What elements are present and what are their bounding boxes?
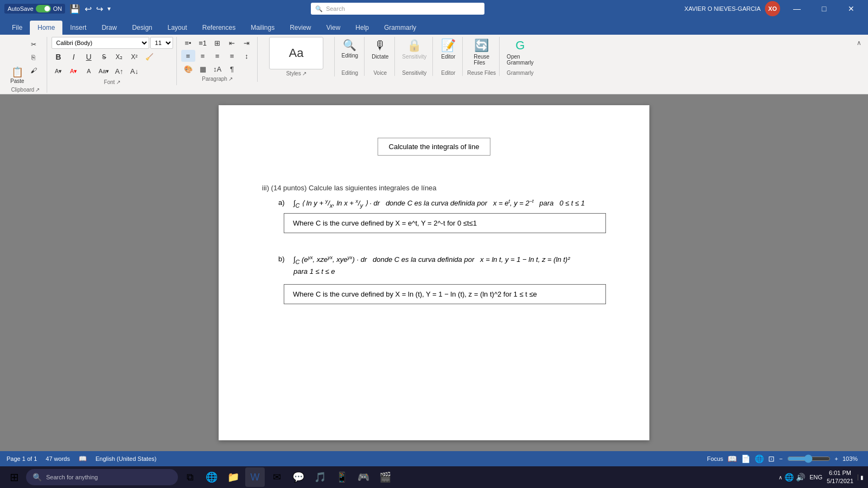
subscript-button[interactable]: X₂ <box>112 51 126 63</box>
taskbar: ⊞ 🔍 Search for anything ⧉ 🌐 📁 W ✉ 💬 🎵 📱 … <box>0 466 868 488</box>
tab-mailings[interactable]: Mailings <box>243 21 282 35</box>
start-button[interactable]: ⊞ <box>4 467 24 487</box>
align-right-button[interactable]: ≡ <box>210 50 225 62</box>
editor-button[interactable]: 📝 Editor <box>437 37 459 61</box>
taskbar-search[interactable]: 🔍 Search for anything <box>26 469 178 485</box>
read-mode-icon[interactable]: 📖 <box>727 454 737 463</box>
search-placeholder: Search <box>326 5 345 12</box>
sort-button[interactable]: ↕A <box>210 63 225 75</box>
zoom-level[interactable]: 103% <box>843 455 861 462</box>
underline-button[interactable]: U <box>82 51 96 63</box>
tray-up-icon[interactable]: ∧ <box>778 474 782 480</box>
styles-label: Styles ↗ <box>262 69 331 76</box>
paragraph-expand-icon[interactable]: ↗ <box>228 76 233 82</box>
zoom-in-icon[interactable]: + <box>835 455 838 462</box>
increase-indent-button[interactable]: ⇥ <box>240 37 254 49</box>
focus-mode-icon[interactable]: ⊡ <box>768 454 775 463</box>
tab-design[interactable]: Design <box>124 21 159 35</box>
status-bar-right: Focus 📖 📄 🌐 ⊡ − + 103% <box>707 454 861 463</box>
reuse-files-button[interactable]: 🔄 ReuseFiles <box>471 37 493 67</box>
clear-format-button[interactable]: 🧹 <box>143 51 157 63</box>
show-formatting-button[interactable]: ¶ <box>225 63 239 75</box>
font-size-selector[interactable]: 11 <box>150 37 173 49</box>
dictate-button[interactable]: 🎙 Dictate <box>369 37 391 61</box>
change-case-button[interactable]: Aa▾ <box>97 65 111 77</box>
sensitivity-button[interactable]: 🔒 Sensitivity <box>399 37 429 61</box>
blender-icon[interactable]: 🎮 <box>354 467 373 487</box>
italic-button[interactable]: I <box>67 51 81 63</box>
text-highlight-button[interactable]: A▾ <box>52 65 66 77</box>
tab-file[interactable]: File <box>4 21 30 35</box>
explorer-icon[interactable]: 📁 <box>224 467 243 487</box>
zoom-out-icon[interactable]: − <box>779 455 782 462</box>
copy-button[interactable]: ⎘ <box>27 52 41 63</box>
mail-icon[interactable]: ✉ <box>267 467 286 487</box>
tab-review[interactable]: Review <box>282 21 318 35</box>
decrease-indent-button[interactable]: ⇤ <box>225 37 239 49</box>
text-color-button[interactable]: A▾ <box>67 65 81 77</box>
line-spacing-button[interactable]: ↕ <box>240 50 254 62</box>
grow-font-button[interactable]: A↑ <box>112 65 126 77</box>
format-painter-button[interactable]: 🖌 <box>27 65 41 76</box>
editing-button[interactable]: 🔍 Editing <box>339 37 361 60</box>
reuse-files-icon: 🔄 <box>474 38 489 53</box>
styles-button[interactable]: Aa <box>269 37 323 69</box>
tab-home[interactable]: Home <box>30 21 62 35</box>
grammarly-button[interactable]: G OpenGrammarly <box>504 37 536 67</box>
tab-view[interactable]: View <box>319 21 348 35</box>
ribbon-collapse-button[interactable]: ∧ <box>854 37 864 49</box>
bullets-button[interactable]: ≡• <box>181 37 195 49</box>
edge-icon[interactable]: 🌐 <box>202 467 221 487</box>
word-icon[interactable]: W <box>245 467 265 487</box>
clipboard-expand-icon[interactable]: ↗ <box>35 87 40 93</box>
bold-button[interactable]: B <box>52 51 66 63</box>
tab-insert[interactable]: Insert <box>62 21 94 35</box>
numbering-button[interactable]: ≡1 <box>196 37 210 49</box>
focus-button[interactable]: Focus <box>707 455 723 462</box>
font-expand-icon[interactable]: ↗ <box>116 79 120 85</box>
user-avatar[interactable]: XO <box>765 1 780 16</box>
davinci-icon[interactable]: 🎬 <box>375 467 395 487</box>
whatsapp-icon[interactable]: 💬 <box>289 467 308 487</box>
print-layout-icon[interactable]: 📄 <box>741 454 750 463</box>
tab-references[interactable]: References <box>195 21 243 35</box>
editor-btn-label: Editor <box>441 54 455 60</box>
paragraph-label: Paragraph ↗ <box>181 75 254 82</box>
save-icon[interactable]: 💾 <box>69 4 80 14</box>
zoom-slider[interactable] <box>787 454 831 463</box>
maximize-button[interactable]: □ <box>812 0 837 17</box>
tab-layout[interactable]: Layout <box>160 21 195 35</box>
multilevel-list-button[interactable]: ⊞ <box>210 37 225 49</box>
network-icon[interactable]: 🌐 <box>784 473 794 481</box>
justify-button[interactable]: ≡ <box>225 50 239 62</box>
align-center-button[interactable]: ≡ <box>196 50 210 62</box>
superscript-button[interactable]: X² <box>127 51 142 63</box>
redo-icon[interactable]: ↪ <box>96 4 103 14</box>
font-color-button[interactable]: A <box>82 65 96 77</box>
web-layout-icon[interactable]: 🌐 <box>755 454 764 463</box>
close-button[interactable]: ✕ <box>839 0 864 17</box>
shading-button[interactable]: 🎨 <box>181 63 195 75</box>
show-desktop-button[interactable]: ▮ <box>858 474 864 480</box>
paste-button[interactable]: 📋 Paste ✂ ⎘ 🖌 <box>8 37 43 86</box>
language-indicator: ENG <box>809 474 822 480</box>
tablet-icon[interactable]: 📱 <box>332 467 352 487</box>
task-view-button[interactable]: ⧉ <box>180 467 200 487</box>
shrink-font-button[interactable]: A↓ <box>127 65 142 77</box>
search-box[interactable]: 🔍 Search <box>311 3 484 15</box>
tab-help[interactable]: Help <box>348 21 376 35</box>
styles-expand-icon[interactable]: ↗ <box>302 70 307 76</box>
autosave-badge[interactable]: AutoSave ON <box>4 4 65 14</box>
borders-button[interactable]: ▦ <box>196 63 210 75</box>
cut-button[interactable]: ✂ <box>27 38 41 50</box>
font-name-selector[interactable]: Calibri (Body) <box>52 37 149 49</box>
volume-icon[interactable]: 🔊 <box>796 473 805 481</box>
tab-grammarly[interactable]: Grammarly <box>376 21 424 35</box>
tab-draw[interactable]: Draw <box>94 21 124 35</box>
autosave-toggle[interactable] <box>36 5 51 12</box>
align-left-button[interactable]: ≡ <box>181 50 195 62</box>
minimize-button[interactable]: — <box>784 0 809 17</box>
strikethrough-button[interactable]: S̶ <box>97 51 111 63</box>
spotify-icon[interactable]: 🎵 <box>310 467 330 487</box>
undo-icon[interactable]: ↩ <box>85 4 92 14</box>
